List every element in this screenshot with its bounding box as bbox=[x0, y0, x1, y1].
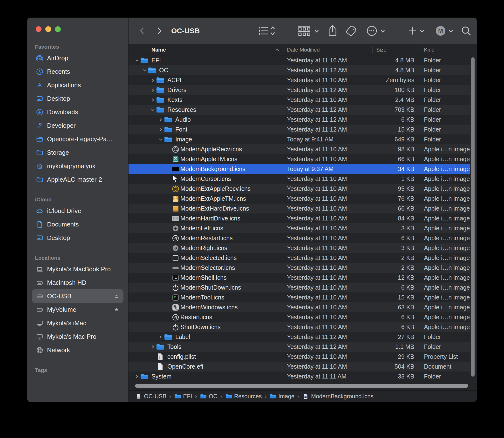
file-row-resources[interactable]: ResourcesYesterday at 11:12 AM703 KBFold… bbox=[128, 105, 470, 115]
file-row-modernextappletm-icns[interactable]: ModernExtAppleTM.icnsYesterday at 11:10 … bbox=[128, 194, 470, 204]
sidebar-item-mykola-s-macbook-pro[interactable]: Mykola’s MacBook Pro bbox=[32, 262, 124, 276]
file-row-modernappletm-icns[interactable]: ModernAppleTM.icnsYesterday at 11:10 AM6… bbox=[128, 154, 470, 164]
column-header-name[interactable]: Name bbox=[151, 44, 166, 55]
column-header-kind[interactable]: Kind bbox=[424, 44, 435, 55]
sidebar-item-storage[interactable]: Storage bbox=[32, 146, 124, 159]
file-row-modernselector-icns[interactable]: ModernSelector.icnsYesterday at 11:10 AM… bbox=[128, 263, 470, 273]
file-row-moderncursor-icns[interactable]: ModernCursor.icnsYesterday at 11:10 AM1 … bbox=[128, 174, 470, 184]
sidebar-item-myvolume[interactable]: MyVolume bbox=[32, 303, 124, 316]
share-icon[interactable] bbox=[327, 18, 338, 44]
sidebar-item-airdrop[interactable]: AirDrop bbox=[32, 51, 124, 65]
sidebar-item-developer[interactable]: Developer bbox=[32, 119, 124, 132]
file-size: 33 KB bbox=[371, 372, 414, 381]
disclosure-closed-icon[interactable] bbox=[135, 375, 139, 379]
sidebar-item-mykola-s-imac[interactable]: Mykola’s iMac bbox=[32, 316, 124, 330]
more-actions-button[interactable] bbox=[366, 18, 386, 44]
sidebar-item-desktop[interactable]: Desktop bbox=[32, 231, 124, 244]
file-row-opencore-efi[interactable]: OpenCore.efiYesterday at 11:10 AM504 KBD… bbox=[128, 362, 470, 372]
disclosure-closed-icon[interactable] bbox=[151, 78, 155, 82]
sidebar-item-mykola-s-mac-pro[interactable]: Mykola’s Mac Pro bbox=[32, 330, 124, 343]
file-row-font[interactable]: FontYesterday at 11:12 AM15 KBFolder bbox=[128, 125, 470, 134]
view-options-button[interactable] bbox=[258, 18, 276, 44]
sidebar-item-applealc-master-2[interactable]: AppleALC-master-2 bbox=[32, 173, 124, 186]
file-row-modernselected-icns[interactable]: ModernSelected.icnsYesterday at 11:10 AM… bbox=[128, 253, 470, 263]
eject-icon[interactable] bbox=[113, 293, 120, 300]
close-button[interactable] bbox=[36, 26, 42, 32]
tag-icon[interactable] bbox=[346, 18, 358, 44]
file-row-modernshell-icns[interactable]: ModernShell.icnsYesterday at 11:10 AM12 … bbox=[128, 273, 470, 283]
file-name: EFI bbox=[151, 55, 161, 65]
sidebar-item-applications[interactable]: Applications bbox=[32, 78, 124, 92]
file-row-modernleft-icns[interactable]: ModernLeft.icnsYesterday at 11:10 AM3 KB… bbox=[128, 223, 470, 233]
sidebar-item-desktop[interactable]: Desktop bbox=[32, 92, 124, 105]
file-row-modernshutdown-icns[interactable]: ModernShutDown.icnsYesterday at 11:10 AM… bbox=[128, 283, 470, 293]
file-row-image[interactable]: ImageToday at 9:41 AM649 KBFolder bbox=[128, 134, 470, 144]
forward-button[interactable] bbox=[156, 18, 163, 44]
group-button[interactable] bbox=[297, 18, 320, 44]
disclosure-closed-icon[interactable] bbox=[151, 98, 155, 102]
sidebar-item-mykolagrymalyuk[interactable]: mykolagrymalyuk bbox=[32, 159, 124, 173]
disclosure-open-icon[interactable] bbox=[151, 108, 155, 112]
file-row-modernapplerecv-icns[interactable]: ModernAppleRecv.icnsYesterday at 11:10 A… bbox=[128, 144, 470, 154]
add-button[interactable] bbox=[408, 18, 425, 44]
file-row-modernextapplerecv-icns[interactable]: ModernExtAppleRecv.icnsYesterday at 11:1… bbox=[128, 184, 470, 194]
file-row-system[interactable]: SystemYesterday at 11:11 AM33 KBFolder bbox=[128, 372, 470, 381]
breadcrumb-item-image[interactable]: Image bbox=[269, 393, 294, 400]
sidebar-item-recents[interactable]: Recents bbox=[32, 65, 124, 78]
column-divider[interactable] bbox=[284, 46, 284, 53]
sidebar-item-oc-usb[interactable]: OC-USB bbox=[32, 289, 124, 303]
column-divider[interactable] bbox=[372, 46, 373, 53]
sidebar-item-opencore-legacy-pat-[interactable]: Opencore-Legacy-Pat… bbox=[32, 132, 124, 146]
file-row-kexts[interactable]: KextsYesterday at 11:10 AM2.4 MBFolder bbox=[128, 95, 470, 105]
file-row-modernharddrive-icns[interactable]: ModernHardDrive.icnsYesterday at 11:10 A… bbox=[128, 213, 470, 223]
disclosure-open-icon[interactable] bbox=[159, 138, 162, 142]
breadcrumb-item-oc[interactable]: OC bbox=[200, 393, 218, 400]
breadcrumb-item-oc-usb[interactable]: OC-USB bbox=[135, 393, 166, 400]
back-button[interactable] bbox=[139, 18, 146, 44]
file-row-modernbackground-icns[interactable]: ModernBackground.icnsToday at 9:37 AM34 … bbox=[128, 164, 470, 174]
sidebar-item-downloads[interactable]: Downloads bbox=[32, 105, 124, 119]
disclosure-open-icon[interactable] bbox=[143, 68, 147, 72]
file-row-modernwindows-icns[interactable]: ModernWindows.icnsYesterday at 11:10 AM6… bbox=[128, 302, 470, 312]
disclosure-closed-icon[interactable] bbox=[151, 88, 155, 92]
breadcrumb-item-efi[interactable]: EFI bbox=[174, 393, 192, 400]
sidebar-item-documents[interactable]: Documents bbox=[32, 218, 124, 231]
file-row-tools[interactable]: ToolsYesterday at 11:12 AM1.1 MBFolder bbox=[128, 342, 470, 352]
horizontal-scrollbar[interactable] bbox=[135, 384, 468, 388]
disclosure-closed-icon[interactable] bbox=[159, 128, 162, 131]
column-header-size[interactable]: Size bbox=[376, 44, 387, 55]
minimize-button[interactable] bbox=[45, 26, 51, 32]
sidebar-item-icloud-drive[interactable]: iCloud Drive bbox=[32, 204, 124, 218]
file-row-oc[interactable]: OCYesterday at 11:12 AM4.8 MBFolder bbox=[128, 65, 470, 75]
sidebar-item-macintosh-hd[interactable]: Macintosh HD bbox=[32, 276, 124, 289]
account-avatar[interactable]: M bbox=[435, 18, 454, 44]
eject-icon[interactable] bbox=[113, 306, 120, 313]
disclosure-closed-icon[interactable] bbox=[159, 335, 162, 339]
vertical-scrollbar[interactable] bbox=[471, 57, 475, 377]
file-size: 66 KB bbox=[371, 154, 414, 164]
disclosure-closed-icon[interactable] bbox=[159, 118, 162, 122]
disclosure-open-icon[interactable] bbox=[135, 59, 139, 62]
file-row-label[interactable]: LabelYesterday at 11:12 AM27 KBFolder bbox=[128, 332, 470, 342]
breadcrumb-item-resources[interactable]: Resources bbox=[225, 393, 262, 400]
zoom-button[interactable] bbox=[55, 26, 61, 32]
file-row-efi[interactable]: EFIYesterday at 11:16 AM4.8 MBFolder bbox=[128, 55, 470, 65]
file-row-modernright-icns[interactable]: ModernRight.icnsYesterday at 11:10 AM3 K… bbox=[128, 243, 470, 253]
breadcrumb-item-modernbackground-icns[interactable]: ModernBackground.icns bbox=[302, 393, 374, 400]
list-header: Name Date Modified Size Kind bbox=[128, 44, 477, 55]
file-row-config-plist[interactable]: config.plistYesterday at 11:10 AM29 KBPr… bbox=[128, 352, 470, 362]
file-row-acpi[interactable]: ACPIYesterday at 11:10 AMZero bytesFolde… bbox=[128, 75, 470, 85]
disclosure-closed-icon[interactable] bbox=[151, 345, 155, 349]
file-icon bbox=[172, 234, 180, 242]
file-row-drivers[interactable]: DriversYesterday at 11:12 AM100 KBFolder bbox=[128, 85, 470, 95]
column-header-date[interactable]: Date Modified bbox=[287, 44, 320, 55]
sidebar-item-network[interactable]: Network bbox=[32, 343, 124, 357]
column-divider[interactable] bbox=[420, 46, 420, 53]
file-row-modernextharddrive-icns[interactable]: ModernExtHardDrive.icnsYesterday at 11:1… bbox=[128, 204, 470, 213]
file-row-restart-icns[interactable]: Restart.icnsYesterday at 11:10 AM6 KBApp… bbox=[128, 312, 470, 322]
file-row-moderntool-icns[interactable]: ModernTool.icnsYesterday at 11:10 AM15 K… bbox=[128, 293, 470, 302]
file-row-shutdown-icns[interactable]: ShutDown.icnsYesterday at 11:10 AM6 KBAp… bbox=[128, 322, 470, 332]
file-row-audio[interactable]: AudioYesterday at 11:12 AM6 KBFolder bbox=[128, 115, 470, 125]
file-row-modernrestart-icns[interactable]: ModernRestart.icnsYesterday at 11:10 AM6… bbox=[128, 233, 470, 243]
search-icon[interactable] bbox=[461, 18, 471, 44]
